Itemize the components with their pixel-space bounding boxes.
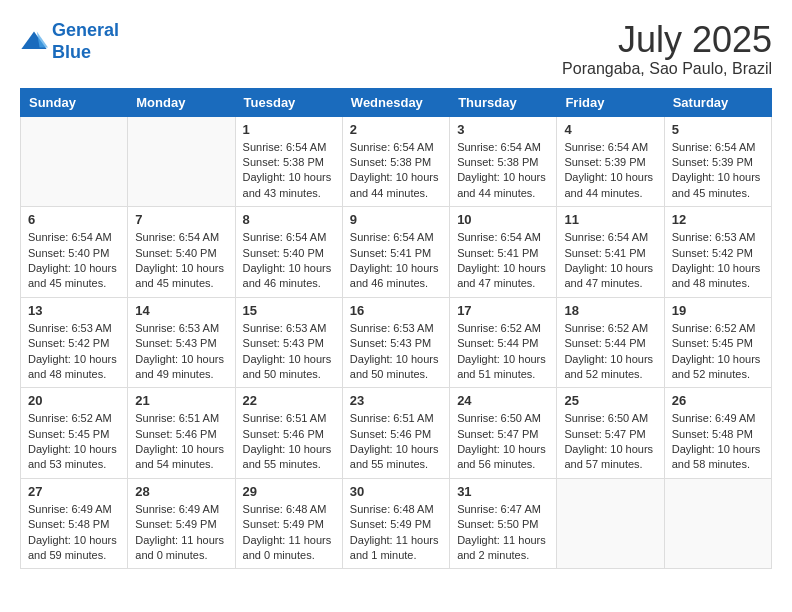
calendar-cell: 27Sunrise: 6:49 AM Sunset: 5:48 PM Dayli… bbox=[21, 478, 128, 569]
day-info: Sunrise: 6:49 AM Sunset: 5:48 PM Dayligh… bbox=[672, 411, 764, 473]
day-info: Sunrise: 6:54 AM Sunset: 5:40 PM Dayligh… bbox=[243, 230, 335, 292]
day-number: 9 bbox=[350, 212, 442, 227]
day-number: 8 bbox=[243, 212, 335, 227]
day-number: 12 bbox=[672, 212, 764, 227]
day-info: Sunrise: 6:51 AM Sunset: 5:46 PM Dayligh… bbox=[350, 411, 442, 473]
day-info: Sunrise: 6:54 AM Sunset: 5:38 PM Dayligh… bbox=[243, 140, 335, 202]
day-info: Sunrise: 6:51 AM Sunset: 5:46 PM Dayligh… bbox=[135, 411, 227, 473]
day-info: Sunrise: 6:54 AM Sunset: 5:39 PM Dayligh… bbox=[564, 140, 656, 202]
weekday-header-thursday: Thursday bbox=[450, 88, 557, 116]
calendar-cell bbox=[21, 116, 128, 207]
calendar-cell: 21Sunrise: 6:51 AM Sunset: 5:46 PM Dayli… bbox=[128, 388, 235, 479]
day-number: 30 bbox=[350, 484, 442, 499]
day-number: 31 bbox=[457, 484, 549, 499]
calendar-cell: 2Sunrise: 6:54 AM Sunset: 5:38 PM Daylig… bbox=[342, 116, 449, 207]
day-number: 3 bbox=[457, 122, 549, 137]
calendar-cell: 30Sunrise: 6:48 AM Sunset: 5:49 PM Dayli… bbox=[342, 478, 449, 569]
day-number: 25 bbox=[564, 393, 656, 408]
calendar-cell: 26Sunrise: 6:49 AM Sunset: 5:48 PM Dayli… bbox=[664, 388, 771, 479]
day-number: 24 bbox=[457, 393, 549, 408]
day-info: Sunrise: 6:52 AM Sunset: 5:45 PM Dayligh… bbox=[28, 411, 120, 473]
day-info: Sunrise: 6:49 AM Sunset: 5:48 PM Dayligh… bbox=[28, 502, 120, 564]
day-info: Sunrise: 6:52 AM Sunset: 5:44 PM Dayligh… bbox=[457, 321, 549, 383]
day-number: 4 bbox=[564, 122, 656, 137]
week-row-5: 27Sunrise: 6:49 AM Sunset: 5:48 PM Dayli… bbox=[21, 478, 772, 569]
logo-icon bbox=[20, 28, 48, 56]
day-number: 26 bbox=[672, 393, 764, 408]
title-section: July 2025 Porangaba, Sao Paulo, Brazil bbox=[562, 20, 772, 78]
calendar-cell: 3Sunrise: 6:54 AM Sunset: 5:38 PM Daylig… bbox=[450, 116, 557, 207]
week-row-2: 6Sunrise: 6:54 AM Sunset: 5:40 PM Daylig… bbox=[21, 207, 772, 298]
day-info: Sunrise: 6:54 AM Sunset: 5:41 PM Dayligh… bbox=[457, 230, 549, 292]
logo-line1: General bbox=[52, 20, 119, 40]
day-info: Sunrise: 6:53 AM Sunset: 5:42 PM Dayligh… bbox=[672, 230, 764, 292]
calendar-cell: 19Sunrise: 6:52 AM Sunset: 5:45 PM Dayli… bbox=[664, 297, 771, 388]
day-number: 5 bbox=[672, 122, 764, 137]
logo: General Blue bbox=[20, 20, 119, 63]
day-info: Sunrise: 6:54 AM Sunset: 5:41 PM Dayligh… bbox=[564, 230, 656, 292]
day-number: 11 bbox=[564, 212, 656, 227]
calendar-cell bbox=[664, 478, 771, 569]
day-info: Sunrise: 6:52 AM Sunset: 5:45 PM Dayligh… bbox=[672, 321, 764, 383]
calendar-cell bbox=[557, 478, 664, 569]
day-info: Sunrise: 6:48 AM Sunset: 5:49 PM Dayligh… bbox=[350, 502, 442, 564]
weekday-header-friday: Friday bbox=[557, 88, 664, 116]
day-number: 10 bbox=[457, 212, 549, 227]
day-number: 22 bbox=[243, 393, 335, 408]
calendar-cell: 11Sunrise: 6:54 AM Sunset: 5:41 PM Dayli… bbox=[557, 207, 664, 298]
day-number: 21 bbox=[135, 393, 227, 408]
day-info: Sunrise: 6:53 AM Sunset: 5:43 PM Dayligh… bbox=[350, 321, 442, 383]
weekday-header-tuesday: Tuesday bbox=[235, 88, 342, 116]
calendar-cell: 15Sunrise: 6:53 AM Sunset: 5:43 PM Dayli… bbox=[235, 297, 342, 388]
calendar-cell: 31Sunrise: 6:47 AM Sunset: 5:50 PM Dayli… bbox=[450, 478, 557, 569]
day-info: Sunrise: 6:53 AM Sunset: 5:43 PM Dayligh… bbox=[243, 321, 335, 383]
day-number: 2 bbox=[350, 122, 442, 137]
day-info: Sunrise: 6:50 AM Sunset: 5:47 PM Dayligh… bbox=[457, 411, 549, 473]
calendar-cell: 7Sunrise: 6:54 AM Sunset: 5:40 PM Daylig… bbox=[128, 207, 235, 298]
day-info: Sunrise: 6:48 AM Sunset: 5:49 PM Dayligh… bbox=[243, 502, 335, 564]
day-number: 17 bbox=[457, 303, 549, 318]
logo-line2: Blue bbox=[52, 42, 91, 62]
calendar-header-row: SundayMondayTuesdayWednesdayThursdayFrid… bbox=[21, 88, 772, 116]
day-number: 15 bbox=[243, 303, 335, 318]
calendar-cell: 5Sunrise: 6:54 AM Sunset: 5:39 PM Daylig… bbox=[664, 116, 771, 207]
calendar-cell: 12Sunrise: 6:53 AM Sunset: 5:42 PM Dayli… bbox=[664, 207, 771, 298]
day-number: 19 bbox=[672, 303, 764, 318]
week-row-4: 20Sunrise: 6:52 AM Sunset: 5:45 PM Dayli… bbox=[21, 388, 772, 479]
day-number: 14 bbox=[135, 303, 227, 318]
day-number: 18 bbox=[564, 303, 656, 318]
day-info: Sunrise: 6:47 AM Sunset: 5:50 PM Dayligh… bbox=[457, 502, 549, 564]
calendar-table: SundayMondayTuesdayWednesdayThursdayFrid… bbox=[20, 88, 772, 570]
calendar-cell: 16Sunrise: 6:53 AM Sunset: 5:43 PM Dayli… bbox=[342, 297, 449, 388]
weekday-header-sunday: Sunday bbox=[21, 88, 128, 116]
calendar-cell: 23Sunrise: 6:51 AM Sunset: 5:46 PM Dayli… bbox=[342, 388, 449, 479]
day-number: 29 bbox=[243, 484, 335, 499]
day-info: Sunrise: 6:54 AM Sunset: 5:38 PM Dayligh… bbox=[457, 140, 549, 202]
calendar-cell: 14Sunrise: 6:53 AM Sunset: 5:43 PM Dayli… bbox=[128, 297, 235, 388]
calendar-cell: 10Sunrise: 6:54 AM Sunset: 5:41 PM Dayli… bbox=[450, 207, 557, 298]
day-info: Sunrise: 6:51 AM Sunset: 5:46 PM Dayligh… bbox=[243, 411, 335, 473]
calendar-cell: 17Sunrise: 6:52 AM Sunset: 5:44 PM Dayli… bbox=[450, 297, 557, 388]
calendar-cell: 8Sunrise: 6:54 AM Sunset: 5:40 PM Daylig… bbox=[235, 207, 342, 298]
logo-text: General Blue bbox=[52, 20, 119, 63]
weekday-header-saturday: Saturday bbox=[664, 88, 771, 116]
location: Porangaba, Sao Paulo, Brazil bbox=[562, 60, 772, 78]
weekday-header-monday: Monday bbox=[128, 88, 235, 116]
day-info: Sunrise: 6:54 AM Sunset: 5:40 PM Dayligh… bbox=[135, 230, 227, 292]
calendar-cell: 1Sunrise: 6:54 AM Sunset: 5:38 PM Daylig… bbox=[235, 116, 342, 207]
page-header: General Blue July 2025 Porangaba, Sao Pa… bbox=[20, 20, 772, 78]
calendar-cell: 25Sunrise: 6:50 AM Sunset: 5:47 PM Dayli… bbox=[557, 388, 664, 479]
day-number: 28 bbox=[135, 484, 227, 499]
calendar-cell: 29Sunrise: 6:48 AM Sunset: 5:49 PM Dayli… bbox=[235, 478, 342, 569]
month-title: July 2025 bbox=[562, 20, 772, 60]
day-number: 16 bbox=[350, 303, 442, 318]
day-info: Sunrise: 6:49 AM Sunset: 5:49 PM Dayligh… bbox=[135, 502, 227, 564]
calendar-cell: 9Sunrise: 6:54 AM Sunset: 5:41 PM Daylig… bbox=[342, 207, 449, 298]
day-number: 7 bbox=[135, 212, 227, 227]
day-info: Sunrise: 6:52 AM Sunset: 5:44 PM Dayligh… bbox=[564, 321, 656, 383]
week-row-3: 13Sunrise: 6:53 AM Sunset: 5:42 PM Dayli… bbox=[21, 297, 772, 388]
day-number: 1 bbox=[243, 122, 335, 137]
day-info: Sunrise: 6:54 AM Sunset: 5:38 PM Dayligh… bbox=[350, 140, 442, 202]
day-info: Sunrise: 6:53 AM Sunset: 5:42 PM Dayligh… bbox=[28, 321, 120, 383]
day-number: 27 bbox=[28, 484, 120, 499]
